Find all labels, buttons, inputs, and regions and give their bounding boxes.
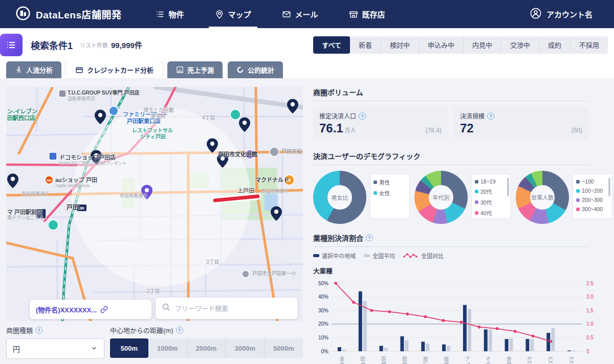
divider (313, 101, 588, 101)
map-poi-icon[interactable] (59, 90, 66, 97)
account-menu[interactable]: アカウント名 (530, 7, 593, 21)
map-poi-icon[interactable] (245, 150, 254, 159)
legend-bullet (576, 208, 580, 211)
svg-text:2.0: 2.0 (586, 294, 594, 300)
status-filter-button[interactable]: 成約 (539, 36, 570, 54)
trade-area-type-select[interactable]: 円 (6, 338, 104, 359)
donut-center-label: 年代別 (414, 171, 468, 224)
map-canvas[interactable]: JRauM T.U.C.GROUP SUV専門 戸田店自動車販売店ン-イレブン田… (6, 87, 303, 321)
account-name: アカウント名 (546, 9, 593, 19)
svg-text:XXXX: XXXX (527, 356, 532, 364)
chart-legend-item: 選択中の地域 (313, 252, 356, 260)
volume-section-title: 商圏ボリューム (313, 87, 612, 97)
chart-legend-item: 全国平均 (364, 252, 395, 260)
content-area: JRauM T.U.C.GROUP SUV専門 戸田店自動車販売店ン-イレブン田… (0, 78, 614, 346)
distance-options: 500m1000m2000m3000m5000m (110, 338, 303, 358)
chart-legend-item: 全国対比 (403, 252, 444, 260)
donut-legend-household[interactable]: ~100100~200200~300300~400 (573, 174, 612, 219)
industry-chart-subtitle: 大業種 (313, 266, 612, 276)
help-icon[interactable]: ? (176, 327, 183, 334)
legend-item: 20代 (475, 188, 508, 195)
status-filter-bar: すべて新着検討中申込み中内見中交渉中成約不採用 (313, 36, 608, 54)
svg-text:その他小: その他小 (485, 356, 491, 364)
freeword-search-input[interactable] (175, 305, 277, 312)
distance-option[interactable]: 500m (110, 338, 148, 358)
card-value: 76.1 (319, 121, 343, 135)
list-count-label: リスト件数 (80, 41, 108, 49)
donut-legend-age[interactable]: 18~1920代30代40代 (471, 174, 511, 219)
search-icon (162, 303, 171, 314)
map-poi-icon[interactable] (36, 209, 46, 219)
status-filter-button[interactable]: 新着 (350, 36, 381, 54)
svg-text:1.5: 1.5 (586, 308, 594, 313)
map-controls: 商圏種類 ? 円 中心地からの距離(m) ? 500m1000m2000m300… (6, 325, 303, 359)
map-poi-icon[interactable]: au (45, 176, 53, 184)
map-pin[interactable] (7, 174, 18, 189)
help-icon[interactable]: ? (359, 112, 366, 120)
tab-credit-card[interactable]: クレジットカード分析 (67, 61, 162, 78)
map-poi-icon[interactable] (48, 220, 58, 230)
legend-bullet (475, 200, 478, 204)
map-poi-icon[interactable] (109, 106, 118, 116)
status-filter-button[interactable]: 内見中 (463, 36, 501, 54)
help-icon[interactable]: ? (487, 112, 494, 120)
list-count-value: 99,999件 (111, 39, 142, 50)
status-filter-button[interactable]: 検討中 (381, 36, 419, 54)
search-conditions-menu-button[interactable] (0, 34, 23, 56)
map-column: JRauM T.U.C.GROUP SUV専門 戸田店自動車販売店ン-イレブン田… (0, 78, 303, 346)
nav-item-existing-stores[interactable]: 既存店 (347, 0, 387, 28)
map-poi-icon[interactable] (270, 147, 279, 156)
legend-bullet (374, 191, 377, 195)
tab-people-flow[interactable]: 人流分析 (6, 61, 61, 78)
list-icon (156, 10, 165, 19)
trade-area-type-value: 円 (13, 344, 20, 354)
trade-area-type-label: 商圏種類 (6, 325, 33, 335)
nav-item-mail[interactable]: メール (280, 0, 320, 28)
tab-public-stats[interactable]: 公的統計 (228, 61, 283, 78)
map-poi-icon[interactable] (230, 109, 240, 120)
map-pin[interactable] (239, 118, 250, 132)
nav-item-map[interactable]: マップ (213, 0, 253, 28)
distance-option[interactable]: 2000m (187, 338, 226, 358)
donut-chart-age: 年代別 (414, 171, 468, 224)
trade-area-type-label-row: 商圏種類 ? (6, 325, 110, 335)
square-legend-icon (364, 254, 370, 257)
map-poi-icon[interactable] (49, 152, 57, 160)
map-pin-icon (215, 10, 224, 19)
status-filter-button[interactable]: すべて (313, 36, 350, 54)
map-poi-icon[interactable]: M (284, 175, 294, 185)
map-pin[interactable] (287, 99, 298, 114)
legend-bullet (576, 189, 580, 193)
map-poi-icon[interactable] (242, 270, 249, 278)
map-pin[interactable] (95, 110, 106, 125)
square-legend-icon (313, 254, 319, 257)
svg-text:アパレル: アパレル (464, 356, 470, 364)
search-condition-bar: 検索条件1 リスト件数 99,999件 すべて新着検討中申込み中内見中交渉中成約… (0, 28, 614, 61)
legend-bullet (475, 190, 478, 193)
distance-option[interactable]: 5000m (264, 338, 303, 358)
legend-scrollbar[interactable] (608, 178, 610, 196)
distance-option[interactable]: 1000m (148, 338, 187, 358)
status-filter-button[interactable]: 交渉中 (501, 36, 539, 54)
donut-chart-household: 世帯人数 (516, 171, 569, 224)
svg-text:50%: 50% (318, 281, 328, 286)
svg-text:2.5: 2.5 (586, 281, 594, 286)
status-filter-button[interactable]: 不採用 (570, 36, 608, 54)
donut-group-gender: 男女比男性女性 (313, 171, 410, 224)
legend-scrollbar[interactable] (507, 178, 509, 196)
status-filter-button[interactable]: 申込み中 (419, 36, 463, 54)
nav-item-properties[interactable]: 物件 (154, 0, 186, 28)
donut-group-household: 世帯人数~100100~200200~300300~400 (516, 171, 612, 224)
analysis-panel: 商圏ボリューム 推定決済人口? 76.1万人(78.4)決済規模? 72(50)… (303, 78, 614, 346)
line-legend-icon (403, 253, 419, 259)
tab-sales-forecast[interactable]: 売上予測 (167, 61, 223, 78)
help-icon[interactable]: ? (35, 327, 42, 334)
distance-option[interactable]: 3000m (225, 338, 264, 358)
demographics-section-title: 決済ユーザーのデモグラフィック (313, 151, 612, 161)
help-icon[interactable]: ? (366, 234, 373, 241)
svg-text:20%: 20% (318, 321, 328, 327)
property-name-chip[interactable]: (物件名)XXXXXXX... (30, 300, 151, 319)
nav-label: メール (295, 9, 318, 19)
svg-text:0.5: 0.5 (586, 335, 594, 340)
app-logo[interactable]: DataLens店舗開発 (15, 6, 122, 23)
